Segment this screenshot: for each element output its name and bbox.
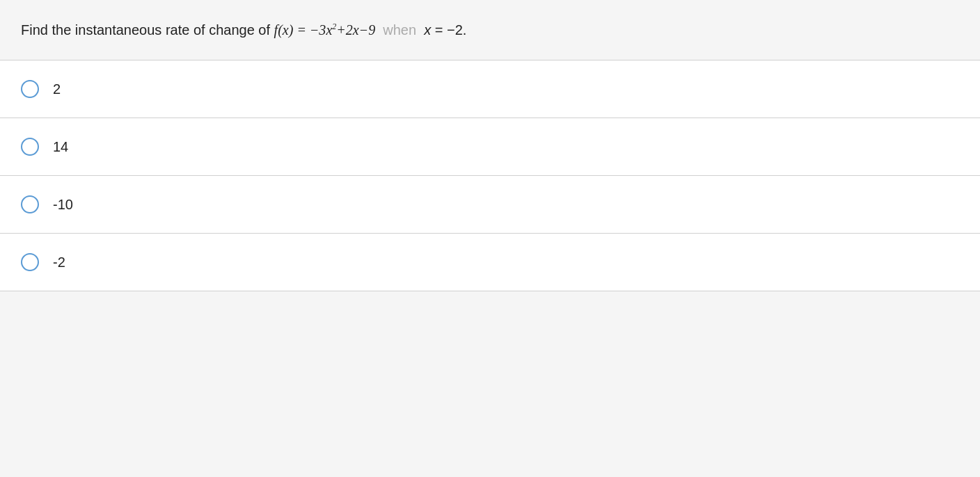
option-b-label: 14	[53, 139, 68, 155]
radio-a[interactable]	[21, 80, 39, 98]
option-a-label: 2	[53, 81, 61, 97]
option-d-label: -2	[53, 254, 65, 270]
question-header: Find the instantaneous rate of change of…	[0, 0, 980, 60]
formula: f(x) = −3x2+2x−9	[274, 22, 376, 38]
radio-c[interactable]	[21, 195, 39, 213]
radio-d[interactable]	[21, 253, 39, 271]
question-container: Find the instantaneous rate of change of…	[0, 0, 980, 291]
option-d[interactable]: -2	[0, 234, 980, 291]
radio-b[interactable]	[21, 138, 39, 156]
option-c-label: -10	[53, 197, 73, 213]
option-c[interactable]: -10	[0, 176, 980, 234]
when-label: when	[383, 22, 416, 38]
option-a[interactable]: 2	[0, 60, 980, 118]
option-b[interactable]: 14	[0, 118, 980, 176]
question-text: Find the instantaneous rate of change of…	[21, 19, 959, 40]
